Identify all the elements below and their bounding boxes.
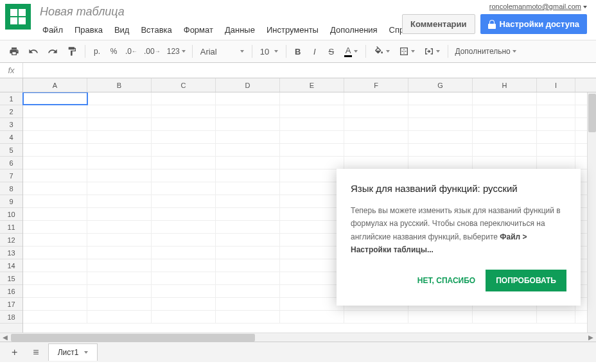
row-header[interactable]: 7 [0, 169, 22, 182]
cell[interactable] [280, 247, 344, 259]
cell[interactable] [280, 118, 344, 130]
cell[interactable] [216, 298, 280, 310]
increase-decimal-button[interactable]: .00→ [141, 43, 163, 60]
more-tools-button[interactable]: Дополнительно [452, 43, 518, 60]
cell[interactable] [280, 311, 344, 323]
cell[interactable] [23, 92, 87, 105]
cell[interactable] [537, 118, 575, 130]
cell[interactable] [280, 92, 344, 105]
horizontal-scrollbar[interactable]: ◄ ► [0, 333, 596, 342]
row-header[interactable]: 6 [0, 157, 22, 169]
cell[interactable] [408, 118, 473, 130]
cell[interactable] [408, 157, 473, 169]
menu-insert[interactable]: Вставка [136, 22, 177, 37]
cell[interactable] [87, 247, 152, 259]
cell[interactable] [23, 208, 87, 220]
italic-button[interactable]: I [307, 43, 322, 60]
cell[interactable] [280, 105, 344, 117]
cell[interactable] [280, 195, 344, 207]
row-header[interactable]: 14 [0, 259, 22, 272]
cell[interactable] [152, 105, 216, 117]
row-header[interactable]: 5 [0, 144, 22, 157]
cell[interactable] [87, 221, 152, 233]
cell[interactable] [537, 92, 575, 105]
row-header[interactable]: 17 [0, 298, 22, 311]
number-format-dropdown[interactable]: 123 [164, 43, 188, 60]
cell[interactable] [87, 311, 152, 323]
cell[interactable] [23, 311, 87, 323]
cell[interactable] [216, 92, 280, 105]
cell[interactable] [216, 182, 280, 195]
scroll-left-icon[interactable]: ◄ [0, 333, 10, 342]
cell[interactable] [87, 259, 152, 272]
cell[interactable] [152, 92, 216, 105]
cell[interactable] [152, 208, 216, 220]
cell[interactable] [280, 157, 344, 169]
row-header[interactable]: 8 [0, 182, 22, 195]
cell[interactable] [344, 157, 408, 169]
cell[interactable] [280, 182, 344, 195]
cell[interactable] [216, 208, 280, 220]
menu-format[interactable]: Формат [179, 22, 218, 37]
row-header[interactable]: 2 [0, 105, 22, 118]
cell[interactable] [216, 272, 280, 284]
cell[interactable] [280, 208, 344, 220]
strikethrough-button[interactable]: S [324, 43, 339, 60]
cell[interactable] [23, 285, 87, 297]
cell[interactable] [216, 311, 280, 323]
cell[interactable] [280, 272, 344, 284]
scroll-right-icon[interactable]: ► [586, 333, 596, 342]
cell[interactable] [216, 195, 280, 207]
cell[interactable] [23, 259, 87, 272]
popup-try-button[interactable]: ПОПРОБОВАТЬ [486, 270, 566, 291]
cell[interactable] [408, 105, 473, 117]
cell[interactable] [152, 195, 216, 207]
cell[interactable] [87, 157, 152, 169]
cell[interactable] [23, 298, 87, 310]
column-header[interactable]: C [152, 78, 216, 92]
cell[interactable] [23, 247, 87, 259]
cell[interactable] [344, 92, 408, 105]
cell[interactable] [152, 259, 216, 272]
cell[interactable] [408, 311, 473, 323]
cell[interactable] [216, 221, 280, 233]
cell[interactable] [344, 105, 408, 117]
cell[interactable] [408, 144, 473, 156]
cell[interactable] [87, 92, 152, 105]
cell[interactable] [537, 144, 575, 156]
font-size-dropdown[interactable]: 10 [256, 43, 282, 60]
user-email-link[interactable]: roncolemanmoto@gmail.com [489, 3, 587, 10]
cell[interactable] [23, 221, 87, 233]
cell[interactable] [152, 118, 216, 130]
menu-edit[interactable]: Правка [69, 22, 108, 37]
cell[interactable] [537, 105, 575, 117]
cell[interactable] [23, 118, 87, 130]
cell[interactable] [280, 169, 344, 182]
cell[interactable] [152, 311, 216, 323]
row-header[interactable]: 12 [0, 234, 22, 247]
sheet-tab[interactable]: Лист1 [48, 343, 98, 361]
cell[interactable] [23, 182, 87, 195]
cell[interactable] [87, 298, 152, 310]
cell[interactable] [152, 285, 216, 297]
menu-addons[interactable]: Дополнения [325, 22, 383, 37]
cell[interactable] [280, 144, 344, 156]
cell[interactable] [87, 131, 152, 143]
bold-button[interactable]: B [290, 43, 306, 60]
cell[interactable] [87, 208, 152, 220]
cell[interactable] [344, 144, 408, 156]
text-color-button[interactable]: A [340, 43, 362, 60]
cell[interactable] [87, 105, 152, 117]
cell[interactable] [537, 311, 575, 323]
cell[interactable] [23, 234, 87, 246]
popup-dismiss-button[interactable]: НЕТ, СПАСИБО [415, 271, 478, 290]
column-header[interactable]: F [344, 78, 408, 92]
cell[interactable] [473, 157, 537, 169]
row-header[interactable]: 1 [0, 92, 22, 105]
cell[interactable] [152, 157, 216, 169]
paint-format-button[interactable] [63, 43, 81, 60]
formula-input[interactable] [23, 63, 596, 78]
cell[interactable] [537, 131, 575, 143]
cell[interactable] [87, 195, 152, 207]
cell[interactable] [216, 259, 280, 272]
